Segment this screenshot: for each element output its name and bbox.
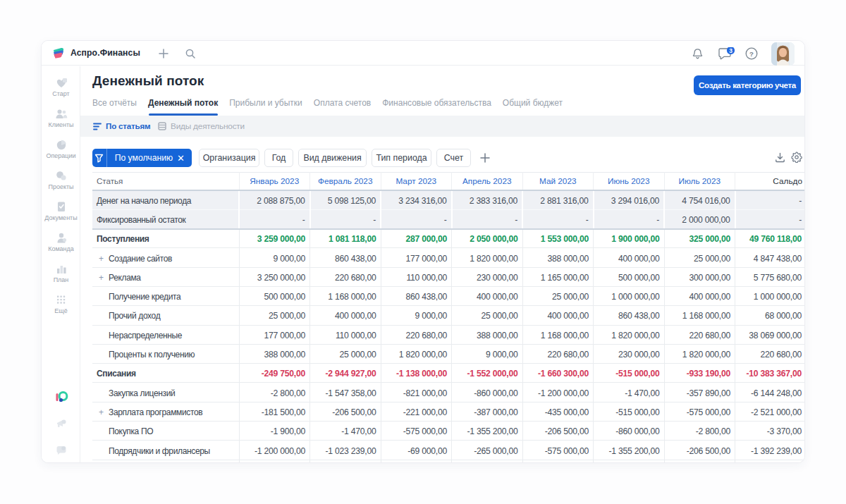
svg-text:?: ? [749,50,754,58]
svg-text:3: 3 [729,47,732,54]
